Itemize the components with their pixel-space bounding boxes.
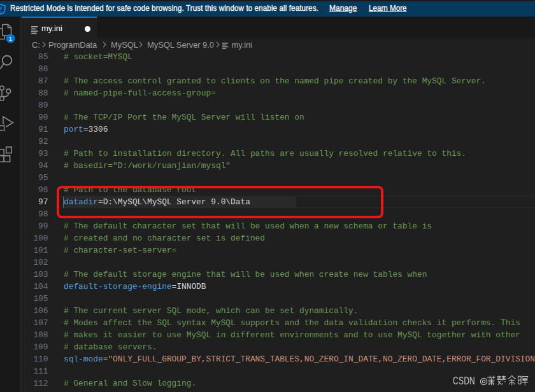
- svg-text:1: 1: [9, 35, 12, 42]
